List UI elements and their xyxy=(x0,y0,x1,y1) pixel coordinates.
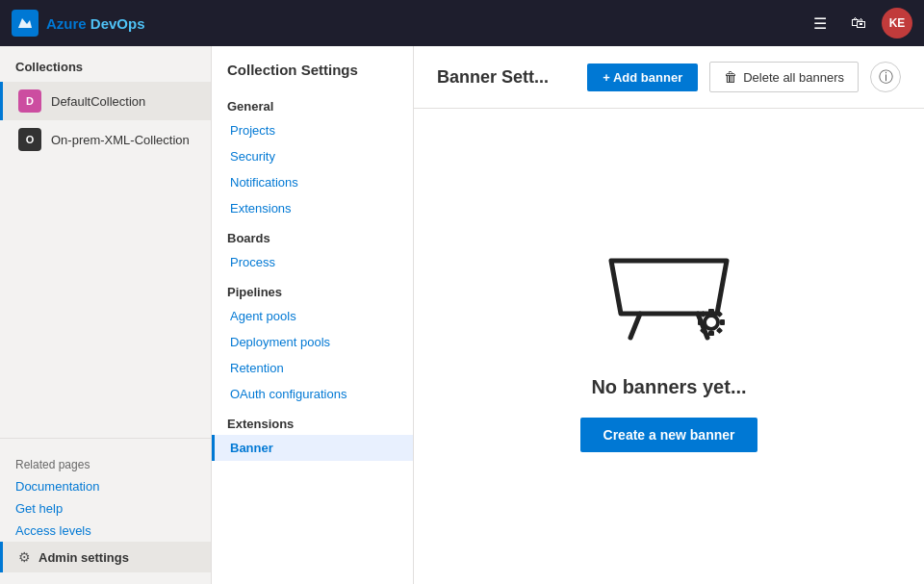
app-name: Azure DevOps xyxy=(46,15,145,32)
link-documentation[interactable]: Documentation xyxy=(0,475,211,497)
collection-avatar-onprem: O xyxy=(18,128,41,151)
svg-rect-5 xyxy=(708,331,714,336)
section-header-pipelines: Pipelines xyxy=(212,275,413,303)
svg-rect-6 xyxy=(698,319,703,325)
svg-point-3 xyxy=(705,316,718,329)
no-banners-illustration xyxy=(592,241,746,357)
sidebar-collections: Collections D DefaultCollection O On-pre… xyxy=(0,46,212,584)
collection-avatar-default: D xyxy=(18,89,41,113)
collection-item-onprem[interactable]: O On-prem-XML-Collection xyxy=(0,120,211,159)
page-title: Banner Sett... xyxy=(437,67,576,88)
settings-icon[interactable]: ☰ xyxy=(805,8,835,38)
section-header-boards: Boards xyxy=(212,221,413,249)
svg-rect-4 xyxy=(708,309,714,314)
settings-item-deployment-pools[interactable]: Deployment pools xyxy=(212,329,413,355)
settings-item-retention[interactable]: Retention xyxy=(212,355,413,381)
collection-name-default: DefaultCollection xyxy=(51,94,145,109)
gear-icon: ⚙ xyxy=(18,549,31,565)
svg-line-1 xyxy=(630,314,640,338)
svg-marker-0 xyxy=(611,261,727,314)
delete-all-banners-button[interactable]: 🗑 Delete all banners xyxy=(709,62,859,92)
link-get-help[interactable]: Get help xyxy=(0,497,211,520)
top-nav: Azure DevOps ☰ 🛍 KE xyxy=(0,0,924,46)
sidebar-bottom: Related pages Documentation Get help Acc… xyxy=(0,438,211,584)
settings-item-oauth[interactable]: OAuth configurations xyxy=(212,381,413,407)
section-header-extensions: Extensions xyxy=(212,407,413,435)
settings-item-agent-pools[interactable]: Agent pools xyxy=(212,303,413,329)
content-header: Banner Sett... + Add banner 🗑 Delete all… xyxy=(414,46,924,109)
settings-item-projects[interactable]: Projects xyxy=(212,117,413,143)
info-button[interactable]: ⓘ xyxy=(870,62,901,92)
empty-state-message: No banners yet... xyxy=(591,376,746,398)
empty-state: No banners yet... Create a new banner xyxy=(414,109,924,584)
collection-name-onprem: On-prem-XML-Collection xyxy=(51,133,190,147)
settings-item-notifications[interactable]: Notifications xyxy=(212,169,413,195)
collections-title: Collections xyxy=(0,46,211,82)
settings-item-security[interactable]: Security xyxy=(212,143,413,169)
settings-item-extensions-general[interactable]: Extensions xyxy=(212,195,413,221)
admin-settings-label: Admin settings xyxy=(38,550,129,565)
app-logo[interactable] xyxy=(12,10,38,37)
main-layout: Collections D DefaultCollection O On-pre… xyxy=(0,46,924,584)
content-area: Banner Sett... + Add banner 🗑 Delete all… xyxy=(414,46,924,584)
create-new-banner-button[interactable]: Create a new banner xyxy=(580,418,758,452)
settings-panel: Collection Settings General Projects Sec… xyxy=(212,46,414,584)
info-icon: ⓘ xyxy=(879,68,893,87)
svg-rect-7 xyxy=(720,319,725,325)
admin-settings-item[interactable]: ⚙ Admin settings xyxy=(0,542,211,572)
link-access-levels[interactable]: Access levels xyxy=(0,520,211,542)
collection-item-default[interactable]: D DefaultCollection xyxy=(0,82,211,120)
trash-icon: 🗑 xyxy=(724,69,737,85)
settings-item-process[interactable]: Process xyxy=(212,249,413,275)
settings-item-banner[interactable]: Banner xyxy=(212,435,413,461)
add-banner-button[interactable]: + Add banner xyxy=(587,63,698,91)
section-header-general: General xyxy=(212,89,413,117)
user-avatar[interactable]: KE xyxy=(882,8,912,38)
settings-panel-title: Collection Settings xyxy=(212,46,413,89)
bag-icon[interactable]: 🛍 xyxy=(843,8,874,38)
related-pages-title: Related pages xyxy=(0,450,211,475)
